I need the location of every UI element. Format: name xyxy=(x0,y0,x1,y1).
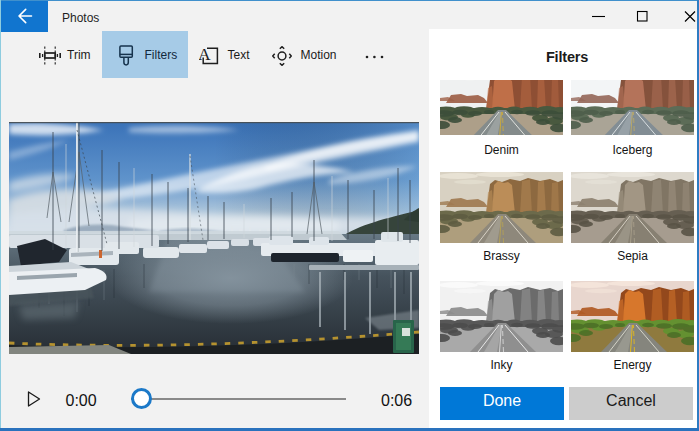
svg-text:A: A xyxy=(199,46,211,64)
